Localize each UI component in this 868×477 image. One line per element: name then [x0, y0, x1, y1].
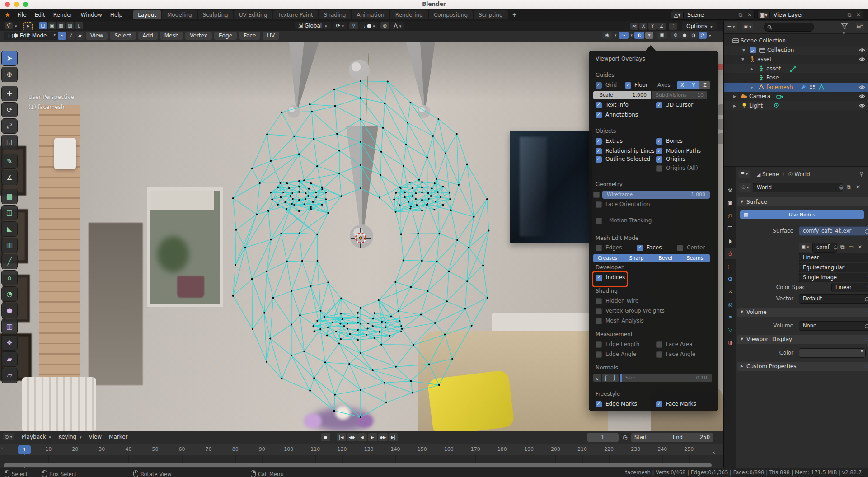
play-button[interactable]: ▶: [368, 433, 377, 441]
viewport-menu-mesh[interactable]: Mesh: [160, 32, 183, 40]
faces-label[interactable]: Faces: [647, 244, 662, 251]
center-label[interactable]: Center: [687, 244, 705, 251]
properties-tab-view-layer[interactable]: ❐: [725, 223, 736, 234]
workspace-tab-layout[interactable]: Layout: [133, 10, 161, 19]
timeline-menu-playback[interactable]: Playback ▾: [18, 433, 55, 441]
properties-tab-physics[interactable]: ◎: [725, 299, 736, 310]
viewport-color-swatch[interactable]: [799, 348, 866, 358]
relationship-lines-label[interactable]: Relationship Lines: [605, 148, 655, 154]
xray-toggle-icon[interactable]: ▣: [657, 32, 667, 39]
viewport-menu-edge[interactable]: Edge: [214, 32, 237, 40]
edge-angle-checkbox[interactable]: [596, 351, 602, 358]
extras-checkbox[interactable]: [596, 138, 602, 145]
properties-tab-tool[interactable]: ⚒: [725, 185, 736, 196]
mirror-y-button[interactable]: Y: [648, 23, 657, 30]
open-image-folder-icon[interactable]: ▭: [849, 244, 854, 250]
select-set-button[interactable]: ▢: [39, 22, 47, 29]
scene-selector[interactable]: ◬▾ Scene ⧉ ✕: [671, 10, 755, 20]
cursor3d-checkbox[interactable]: [656, 102, 662, 108]
add-workspace-button[interactable]: +: [509, 11, 521, 19]
play-reverse-button[interactable]: ◀: [357, 433, 367, 441]
extras-label[interactable]: Extras: [605, 138, 623, 144]
menu-edit[interactable]: Edit: [31, 12, 49, 18]
wireframe-checkbox[interactable]: [593, 192, 600, 198]
close-window-button[interactable]: [5, 2, 10, 7]
maximize-window-button[interactable]: [23, 2, 28, 7]
view-layer-name-field[interactable]: View Layer: [770, 12, 845, 18]
properties-editor-type-icon[interactable]: ☰▾: [738, 170, 750, 178]
expander-icon[interactable]: ▶: [733, 92, 736, 101]
light-data-icon[interactable]: [773, 102, 780, 109]
world-copy-icon[interactable]: ⧉: [847, 184, 851, 190]
next-keyframe-button[interactable]: ◆▶: [378, 433, 388, 441]
motion-paths-checkbox[interactable]: [656, 148, 662, 154]
properties-tab-particles[interactable]: ⁙: [725, 286, 736, 297]
outliner-editor-type-icon[interactable]: ☰▾: [726, 23, 737, 30]
properties-tab-object-data[interactable]: ▽: [725, 324, 736, 335]
outliner-item-label[interactable]: facemesh: [766, 83, 793, 92]
transform-orientation-dropdown[interactable]: ⇲ Global ▾: [295, 22, 331, 29]
normals-face-icon[interactable]: ⌡: [610, 374, 619, 382]
eye-icon[interactable]: [859, 84, 866, 91]
shading-rendered-icon[interactable]: ◔: [699, 32, 707, 39]
outliner-row-scene collection-0[interactable]: Scene Collection: [724, 36, 868, 45]
expander-icon[interactable]: ▶: [733, 102, 736, 111]
image-browse-icon[interactable]: ▣▾: [799, 243, 812, 252]
outliner-item-label[interactable]: asset: [766, 64, 781, 73]
surface-value-button[interactable]: comfy_cafe_4k.exr: [799, 226, 868, 236]
expander-icon[interactable]: ▼: [741, 55, 744, 64]
use-preview-range-icon[interactable]: ◷: [623, 434, 627, 440]
mesh-analysis-label[interactable]: Mesh Analysis: [605, 318, 644, 324]
outliner-row-camera-6[interactable]: ▶Camera: [724, 92, 868, 101]
outliner-item-label[interactable]: Scene Collection: [741, 36, 786, 45]
cursor3d-label[interactable]: 3D Cursor: [666, 102, 693, 108]
edges-checkbox[interactable]: [596, 245, 602, 251]
loop-cut-tool-button[interactable]: ▥: [2, 238, 17, 253]
color-animate-dot[interactable]: [861, 350, 863, 352]
sharp-button[interactable]: Sharp: [622, 254, 651, 262]
edges-label[interactable]: Edges: [605, 244, 622, 251]
select-intersect-button[interactable]: ▯: [75, 22, 83, 29]
bone-icon[interactable]: [790, 65, 797, 72]
timeline-menu-view[interactable]: View: [85, 433, 105, 441]
source-dropdown[interactable]: Single Image▾: [799, 273, 868, 282]
new-collection-icon[interactable]: ▤⁺: [856, 23, 864, 30]
timeline-editor-type-icon[interactable]: ◷▾: [3, 433, 14, 440]
edge-marks-label[interactable]: Edge Marks: [605, 401, 637, 407]
jump-to-end-button[interactable]: ▶|: [389, 433, 398, 441]
collapse-region-icon[interactable]: ‹: [713, 449, 715, 455]
shading-solid-icon[interactable]: ●: [680, 32, 689, 39]
origins-label[interactable]: Origins: [666, 156, 685, 162]
outliner-search-input[interactable]: [764, 23, 814, 32]
outliner-row-asset-3[interactable]: ▶asset: [724, 64, 868, 73]
timeline-scrollbar[interactable]: [4, 463, 712, 467]
view-layer-copy-icon[interactable]: ⧉: [845, 12, 854, 18]
grid-label[interactable]: Grid: [605, 82, 617, 88]
measure-tool-button[interactable]: ∡: [2, 170, 17, 185]
view-layer-unlink-icon[interactable]: ✕: [854, 12, 863, 18]
current-frame-field[interactable]: 1: [587, 433, 619, 442]
origins-all-label[interactable]: Origins (All): [666, 165, 698, 171]
menu-window[interactable]: Window: [77, 12, 106, 18]
scene-copy-icon[interactable]: ⧉: [736, 12, 745, 18]
outliner-row-asset-2[interactable]: ▼asset: [724, 55, 868, 64]
proportional-editing-icon[interactable]: ◎: [380, 22, 389, 29]
extrude-region-tool-button[interactable]: ▤: [2, 189, 17, 204]
jump-to-start-button[interactable]: |◀: [337, 433, 346, 441]
world-name-field[interactable]: World: [753, 183, 842, 192]
start-frame-field[interactable]: Start1: [631, 433, 675, 442]
eye-icon[interactable]: [859, 93, 866, 100]
image-unlink-icon[interactable]: ✕: [858, 244, 862, 250]
bevel-tool-button[interactable]: ◣: [2, 222, 17, 236]
show-gizmo-icon[interactable]: ◉: [602, 32, 612, 39]
eye-icon[interactable]: [859, 102, 866, 109]
snap-target-dropdown[interactable]: ⌍●▾: [359, 22, 378, 29]
transform-tool-button[interactable]: ◱: [2, 135, 17, 150]
menu-help[interactable]: Help: [106, 12, 127, 18]
outliner-row-pose-4[interactable]: Pose: [724, 73, 868, 82]
grid-checkbox[interactable]: [596, 82, 602, 89]
creases-button[interactable]: Creases: [593, 254, 622, 262]
outliner-item-label[interactable]: Pose: [766, 73, 779, 82]
wireframe-slider[interactable]: Wireframe1.000: [602, 191, 710, 199]
motion-tracking-label[interactable]: Motion Tracking: [609, 217, 652, 224]
